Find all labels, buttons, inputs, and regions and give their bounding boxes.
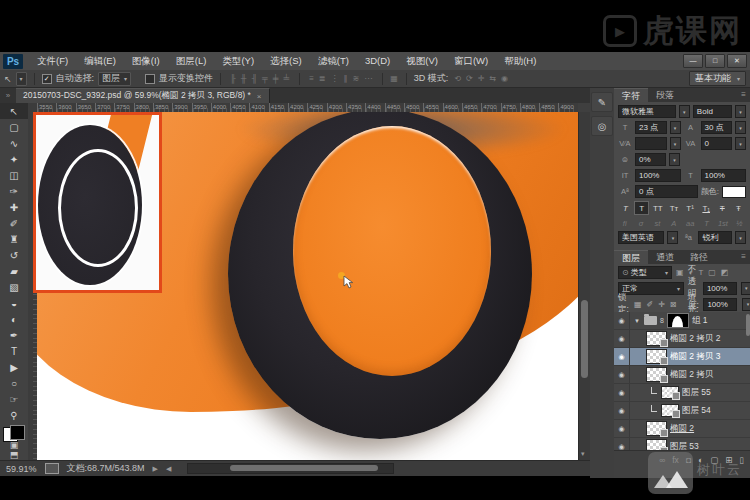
eyedropper-tool[interactable]: ✑ [0,183,28,199]
layer-visibility-eye-icon[interactable]: ◉ [614,420,630,437]
zoom-level-field[interactable]: 59.91% [6,464,37,474]
opentype-button[interactable]: A [667,218,680,228]
window-control-button[interactable]: □ [705,54,725,68]
menu-item[interactable]: 图像(I) [124,52,168,70]
menu-item[interactable]: 窗口(W) [446,52,496,70]
menu-item[interactable]: 编辑(E) [76,52,124,70]
character-style-button[interactable]: TT [650,201,665,215]
healing-brush-tool[interactable]: ✚ [0,199,28,215]
distribute-icon[interactable]: ⋮ [329,74,342,83]
layer-thumbnail[interactable] [646,331,667,346]
layer-thumbnail[interactable] [646,421,667,436]
caret-icon[interactable]: ▾ [735,105,746,118]
scroll-down-arrow-icon[interactable]: ▾ [581,450,585,458]
layer-name[interactable]: 椭圆 2 拷贝 2 [670,333,721,345]
opentype-button[interactable]: T [700,218,713,228]
layer-name[interactable]: 图层 54 [682,405,711,417]
font-family-dropdown[interactable]: 微软雅黑 [618,105,676,118]
layer-visibility-eye-icon[interactable]: ◉ [614,384,630,401]
eraser-tool[interactable]: ▰ [0,263,28,279]
window-control-button[interactable]: ✕ [727,54,747,68]
caret-icon[interactable]: ▾ [669,153,680,166]
tab-close-icon[interactable]: × [257,92,262,101]
fill-field[interactable]: 100% [703,298,737,311]
mode3d-icon[interactable]: ◉ [499,74,511,83]
mode3d-icon[interactable]: ⟲ [452,74,464,83]
opentype-button[interactable]: fi [618,218,631,228]
character-style-button[interactable]: T [715,201,730,215]
brush-tool[interactable]: ✐ [0,215,28,231]
layer-name[interactable]: 图层 55 [682,387,711,399]
layer-visibility-eye-icon[interactable]: ◉ [614,402,630,419]
tab-channels[interactable]: 通道 [648,250,682,264]
caret-icon[interactable]: ▾ [679,105,690,118]
lock-icon[interactable]: ✛ [658,300,665,309]
type-tool[interactable]: T [0,343,28,359]
dodge-tool[interactable]: ◐ [0,311,28,327]
brush-panel-icon[interactable]: ✎ [591,92,613,112]
kerning-field[interactable] [635,137,667,150]
distribute-icon[interactable]: ∥ [342,74,351,83]
leading-field[interactable]: 30 点 [701,121,733,134]
mode3d-icon[interactable]: ⇆ [487,74,499,83]
caret-icon[interactable]: ▾ [667,231,678,244]
layer-name[interactable]: 椭圆 2 [670,423,694,435]
layer-filter-icon[interactable]: T [698,268,703,277]
layer-thumbnail[interactable] [661,386,679,399]
show-transform-checkbox[interactable] [145,74,155,84]
layer-row[interactable]: ◉ ▼ 8 图层 54 [614,402,750,420]
tool-preset-caret[interactable]: ▾ [16,72,27,86]
move-tool[interactable]: ↖ [0,103,28,119]
align-icon[interactable]: ╪ [271,74,282,83]
auto-select-checkbox[interactable]: ✓ [42,74,52,84]
layer-row[interactable]: ◉ ▼ 8 图层 53 [614,438,750,450]
layer-row[interactable]: ◉ ▼ 8 椭圆 2 拷贝 [614,366,750,384]
menu-item[interactable]: 帮助(H) [496,52,544,70]
dock-chevron-icon[interactable]: » [0,88,16,103]
layer-name[interactable]: 组 1 [692,315,708,327]
distribute-icon[interactable]: ≋ [351,74,363,83]
layer-filter-icon[interactable]: ▣ [676,268,684,277]
lasso-tool[interactable]: ∿ [0,135,28,151]
layer-thumbnail[interactable] [646,439,667,450]
layer-thumbnail[interactable] [646,367,667,382]
align-icon[interactable]: ╢ [249,74,260,83]
auto-align-icon[interactable]: ▦ [390,74,399,83]
opentype-button[interactable]: st [651,218,664,228]
language-dropdown[interactable]: 美国英语 [618,231,664,244]
character-style-button[interactable]: T¹ [683,201,698,215]
layer-visibility-eye-icon[interactable]: ◉ [614,312,630,329]
clone-stamp-tool[interactable]: ♜ [0,231,28,247]
layer-filter-icon[interactable]: ◩ [721,268,729,277]
vertical-scale-field[interactable]: 100% [635,169,681,182]
crop-tool[interactable]: ◫ [0,167,28,183]
text-color-swatch[interactable] [722,186,746,198]
horizontal-scale-field[interactable]: 100% [701,169,747,182]
tab-paragraph[interactable]: 段落 [648,88,682,102]
history-brush-tool[interactable]: ↺ [0,247,28,263]
status-nav-left-icon[interactable]: ▶ [153,465,158,473]
caret-icon[interactable]: ▾ [742,298,750,311]
caret-icon[interactable]: ▾ [670,121,681,134]
pen-tool[interactable]: ✒ [0,327,28,343]
align-icon[interactable]: ╫ [239,74,250,83]
lock-icon[interactable]: ✐ [646,300,653,309]
character-style-button[interactable]: Tт [666,201,681,215]
align-icon[interactable]: ╟ [228,74,239,83]
layer-name[interactable]: 图层 53 [670,441,699,451]
gradient-tool[interactable]: ▧ [0,279,28,295]
tracking-field[interactable]: 0 [701,137,733,150]
opentype-button[interactable]: 1st [716,218,729,228]
menu-item[interactable]: 3D(D) [357,52,398,70]
distribute-icon[interactable]: ≡ [307,74,317,83]
character-style-button[interactable]: T [634,201,649,215]
character-style-button[interactable]: T [618,201,633,215]
align-icon[interactable]: ╤ [260,74,271,83]
menu-item[interactable]: 选择(S) [262,52,310,70]
shape-tool[interactable]: ○ [0,375,28,391]
layer-thumbnail[interactable] [646,349,667,364]
layer-thumbnail[interactable] [661,404,679,417]
menu-item[interactable]: 视图(V) [398,52,446,70]
clone-source-panel-icon[interactable]: ◎ [591,116,613,136]
layer-name[interactable]: 椭圆 2 拷贝 3 [670,351,721,363]
